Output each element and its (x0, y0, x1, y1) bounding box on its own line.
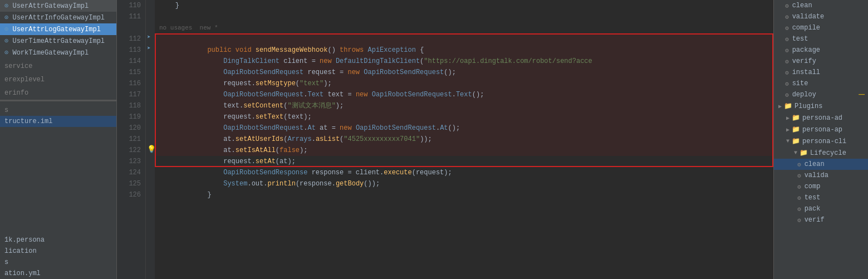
sidebar-item-userattrinfogatewayimpl[interactable]: UserAttrInfoGatewayImpl (0, 12, 116, 23)
gear-icon-site: ⚙ (785, 80, 789, 87)
ln-114: 114 (117, 56, 141, 67)
gear-icon-test: ⚙ (785, 36, 789, 43)
sidebar-item-userattrgatewayimpl[interactable]: UserAttrGatewayImpl (0, 0, 116, 12)
gear-icon-lifecycle-verif: ⚙ (797, 217, 801, 224)
right-panel: ⚙ clean ⚙ validate ⚙ compile ⚙ test ⚙ pa… (773, 0, 868, 279)
gear-icon-package: ⚙ (785, 47, 789, 54)
code-lines[interactable]: } no usages new * public void sendMessag… (155, 0, 773, 279)
gear-icon-lifecycle-valida: ⚙ (797, 172, 801, 179)
ln-119: 119 (117, 111, 141, 123)
gear-icon-deploy: ⚙ (785, 91, 789, 99)
ln-121: 121 (117, 134, 141, 145)
code-line-126 (155, 189, 773, 200)
lifecycle-arrow: ▼ (794, 150, 797, 156)
code-gutter: ➤ ➤ 💡 (146, 0, 155, 279)
gear-icon-lifecycle-test: ⚙ (797, 194, 801, 202)
line-numbers: 110 111 112 113 114 115 116 117 118 119 … (117, 0, 146, 279)
sidebar-section-s: s (0, 105, 116, 116)
code-container: 110 111 112 113 114 115 116 117 118 119 … (117, 0, 773, 279)
ln-110: 110 (117, 0, 141, 11)
gear-icon-verify: ⚙ (785, 58, 789, 65)
code-line-110: } (155, 0, 773, 11)
sidebar-divider (0, 100, 116, 101)
right-lifecycle-verif[interactable]: ⚙ verif (774, 214, 868, 226)
gear-icon-lifecycle-comp: ⚙ (797, 183, 801, 190)
right-lifecycle-comp[interactable]: ⚙ comp (774, 181, 868, 192)
ln-125: 125 (117, 178, 141, 189)
persona-cli-arrow: ▼ (786, 138, 789, 144)
sidebar-section-erexplevel: erexplevel (0, 74, 116, 85)
ln-120: 120 (117, 123, 141, 134)
sidebar-item-application[interactable]: lication (0, 246, 116, 257)
left-sidebar: UserAttrGatewayImpl UserAttrInfoGatewayI… (0, 0, 117, 279)
persona-ad-folder-icon: 📁 (792, 114, 800, 122)
right-item-validate[interactable]: ⚙ validate (774, 11, 868, 22)
ln-112: 112 (117, 33, 141, 45)
plugins-arrow-icon: ▶ (778, 103, 782, 110)
right-lifecycle-folder[interactable]: ▼ 📁 Lifecycle (774, 147, 868, 159)
code-line-111 (155, 11, 773, 22)
sidebar-bottom: 1k.persona lication s ation.yml (0, 234, 116, 279)
right-folder-persona-cli[interactable]: ▼ 📁 persona-cli (774, 135, 868, 147)
gear-icon-install: ⚙ (785, 69, 789, 76)
right-folder-persona-ad[interactable]: ▶ 📁 persona-ad (774, 112, 868, 124)
persona-ap-arrow: ▶ (786, 126, 789, 133)
ln-nousages (117, 22, 141, 33)
ln-124: 124 (117, 167, 141, 178)
lifecycle-folder-icon: 📁 (800, 149, 808, 157)
right-lifecycle-clean[interactable]: ⚙ clean (774, 159, 868, 170)
right-section-plugins[interactable]: ▶ 📁 Plugins (774, 100, 868, 112)
sidebar-item-s[interactable]: s (0, 257, 116, 268)
ln-115: 115 (117, 67, 141, 78)
ln-123: 123 (117, 156, 141, 167)
gear-icon-compile: ⚙ (785, 25, 789, 32)
code-editor: 110 111 112 113 114 115 116 117 118 119 … (117, 0, 773, 279)
right-item-test-top[interactable]: ⚙ test (774, 33, 868, 45)
ln-111: 111 (117, 11, 141, 22)
right-folder-persona-ap[interactable]: ▶ 📁 persona-ap (774, 124, 868, 135)
gutter-marker-113: ➤ (147, 45, 151, 52)
persona-ad-arrow: ▶ (786, 115, 789, 121)
persona-ap-folder-icon: 📁 (792, 125, 800, 134)
ln-113: 113 (117, 45, 141, 56)
right-lifecycle-test[interactable]: ⚙ test (774, 192, 868, 203)
code-line-112: public void sendMessageWebhook() throws … (155, 33, 773, 45)
sidebar-section-service: service (0, 61, 116, 72)
sidebar-item-persona[interactable]: 1k.persona (0, 234, 116, 246)
right-item-clean-top[interactable]: ⚙ clean (774, 0, 868, 11)
right-item-site[interactable]: ⚙ site (774, 78, 868, 89)
yellow-bar-indicator: ― (859, 89, 865, 99)
ln-126: 126 (117, 189, 141, 200)
right-lifecycle-pack[interactable]: ⚙ pack (774, 203, 868, 214)
right-item-install[interactable]: ⚙ install (774, 67, 868, 78)
sidebar-item-yml[interactable]: ation.yml (0, 268, 116, 279)
gutter-marker-112: ➤ (147, 33, 151, 41)
right-item-package[interactable]: ⚙ package (774, 45, 868, 56)
code-line-nousages: no usages new * (155, 22, 773, 33)
ln-122: 122 (117, 145, 141, 156)
sidebar-section-erinfo: erinfo (0, 87, 116, 99)
right-lifecycle-valida[interactable]: ⚙ valida (774, 170, 868, 181)
ln-118: 118 (117, 100, 141, 111)
plugins-folder-icon: 📁 (784, 102, 792, 110)
gear-icon-lifecycle-pack: ⚙ (797, 205, 801, 213)
persona-cli-folder-icon: 📁 (792, 137, 800, 145)
ln-116: 116 (117, 78, 141, 89)
sidebar-item-usertimeattrgatewayimpl[interactable]: UserTimeAttrGatewayImpl (0, 35, 116, 47)
sidebar-item-userattrloggatewayimpl[interactable]: UserAttrLogGatewayImpl (0, 23, 116, 35)
right-item-verify[interactable]: ⚙ verify (774, 56, 868, 67)
sidebar-item-worktimegatewayimpl[interactable]: WorkTimeGatewayImpl (0, 47, 116, 58)
gear-icon-lifecycle-clean: ⚙ (797, 161, 801, 168)
sidebar-file-structure-iml[interactable]: tructure.iml (0, 116, 116, 127)
right-item-compile[interactable]: ⚙ compile (774, 22, 868, 33)
right-item-deploy[interactable]: ⚙ deploy ― (774, 89, 868, 100)
gear-icon-validate: ⚙ (785, 13, 789, 21)
ln-117: 117 (117, 89, 141, 100)
gear-icon-clean-top: ⚙ (785, 2, 789, 9)
